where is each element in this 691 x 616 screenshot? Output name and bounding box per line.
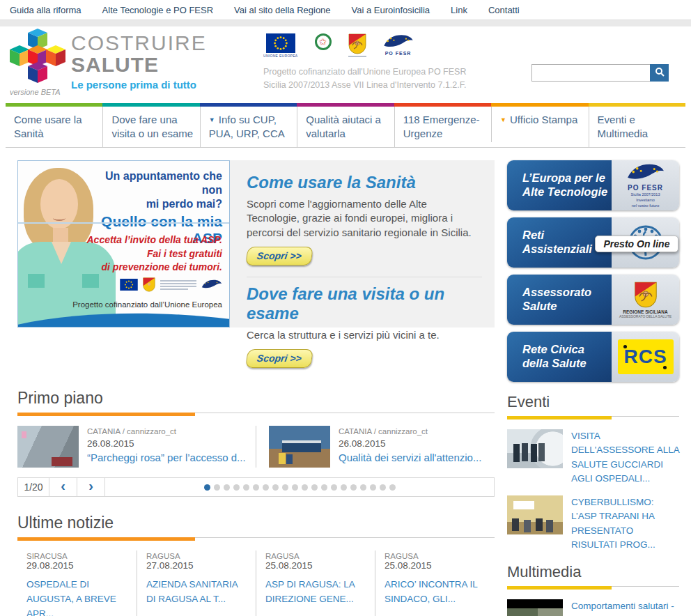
po-fesr-logo-icon [201, 279, 222, 291]
logo-tagline: Le persone prima di tutto [71, 79, 207, 91]
news-link[interactable]: OSPEDALE DI AUGUSTA, A BREVE APR... [26, 579, 116, 616]
logo-cross-icon[interactable] [7, 29, 68, 90]
logo-title-line2: SALUTE [71, 54, 207, 76]
primo-piano-pager: 1/20 ‹ › [17, 477, 495, 497]
eu-flag-caption: UNIONE EUROPEA [263, 54, 298, 58]
sidebar-button-label: Assessorato Salute [507, 275, 612, 325]
news-location: RAGUSA [385, 552, 487, 560]
nav-item-qualita[interactable]: ▼Qualità aiutaci a valutarla [297, 103, 394, 147]
eu-flag-icon [120, 279, 138, 291]
nav-item-come-usare[interactable]: ▼Come usare la Sanità [6, 103, 102, 147]
nav-item-dove-fare[interactable]: ▼Dove fare una visita o un esame [102, 103, 199, 147]
promo-text: Scopri come l'aggiornamento delle Alte T… [247, 197, 482, 240]
promo-text: Cerca la struttura e i servizi più vicin… [247, 328, 482, 342]
prev-button[interactable]: ‹ [49, 477, 77, 497]
event-card[interactable]: CYBERBULLISMO: L’ASP TRAPANI HA PRESENTA… [507, 495, 679, 552]
utility-link-alte-tecnologie[interactable]: Alte Tecnologie e PO FESR [102, 5, 213, 15]
search-icon [655, 67, 665, 79]
section-title: Multimedia [507, 563, 679, 581]
sicily-crest-icon [348, 33, 366, 59]
page-indicator: 1/20 [17, 477, 49, 497]
news-location: SIRACUSA [26, 552, 130, 560]
nav-label: Come usare la Sanità [14, 114, 82, 139]
video-frame [507, 608, 563, 616]
news-link[interactable]: “Parcheggi rosa” per l’accesso d... [87, 452, 246, 463]
news-location: RAGUSA [265, 552, 368, 560]
news-card[interactable]: RAGUSA 25.08.2015 ASP DI RAGUSA: LA DIRE… [256, 550, 375, 616]
news-card[interactable]: RAGUSA 27.08.2015 AZIENDA SANITARIA DI R… [137, 550, 256, 616]
po-fesr-caption: PO FESR [385, 51, 412, 56]
event-link[interactable]: VISITA DELL'ASSESSORE ALLA SALUTE GUCCIA… [571, 429, 679, 486]
sidebar-button-assessorato-salute[interactable]: Assessorato Salute REGIONE SICILIANA ASS… [507, 275, 679, 325]
event-photo [507, 429, 563, 468]
po-fesr-logo-icon: PO FESR [383, 33, 414, 56]
event-card[interactable]: VISITA DELL'ASSESSORE ALLA SALUTE GUCCIA… [507, 429, 679, 486]
nav-label: Dove fare una visita o un esame [111, 114, 193, 139]
news-link[interactable]: ASP DI RAGUSA: LA DIREZIONE GENE... [265, 579, 355, 604]
version-label: versione BETA [10, 88, 61, 96]
nav-item-eventi[interactable]: ▼Eventi e Multimedia [589, 103, 685, 147]
nav-label: Qualità aiutaci a valutarla [306, 114, 381, 139]
news-location: RAGUSA [146, 552, 249, 560]
news-date: 26.08.2015 [339, 438, 481, 449]
logo-title-line1: COSTRUIRE [71, 33, 207, 54]
presto-online-badge[interactable]: Presto On line [595, 236, 678, 252]
utility-link-euroinfosicilia[interactable]: Vai a Euroinfosicilia [352, 5, 430, 15]
nav-item-info-cup[interactable]: ▼Info su CUP, PUA, URP, CCA [200, 103, 297, 147]
video-link[interactable]: Comportamenti salutari - Spot [571, 601, 674, 616]
banner-wave [17, 309, 230, 328]
nav-item-ufficio-stampa[interactable]: ▼Ufficio Stampa [491, 103, 588, 147]
accent-bar [507, 586, 612, 590]
news-photo [17, 426, 79, 468]
news-date: 27.08.2015 [146, 560, 249, 571]
site-logo[interactable]: COSTRUIRE SALUTE Le persone prima di tut… [71, 33, 207, 91]
scopri-button[interactable]: Scopri >> [245, 247, 313, 265]
next-button[interactable]: › [77, 477, 105, 497]
utility-link-guida[interactable]: Guida alla riforma [10, 5, 81, 15]
nav-label: Eventi e Multimedia [598, 114, 649, 139]
nav-label: 118 Emergenze-Urgenze [403, 114, 480, 139]
section-title: Ultime notizie [17, 514, 495, 532]
utility-link-contatti[interactable]: Contatti [488, 5, 520, 15]
scopri-button[interactable]: Scopri >> [245, 349, 313, 368]
news-card[interactable]: SIRACUSA 29.08.2015 OSPEDALE DI AUGUSTA,… [17, 550, 137, 616]
campaign-banner[interactable]: Un appuntamento che nonmi perdo mai? Que… [17, 160, 230, 328]
hero-section: Un appuntamento che nonmi perdo mai? Que… [17, 160, 495, 328]
utility-link-regione[interactable]: Vai al sito della Regione [234, 5, 331, 15]
banner-logos [120, 277, 222, 292]
search-button[interactable] [650, 64, 669, 82]
news-date: 26.08.2015 [87, 438, 246, 449]
news-link[interactable]: ARICO’ INCONTRA IL SINDACO, GLI... [385, 579, 477, 604]
site-header: versione BETA COSTRUIRE SALUTE Le person… [0, 26, 691, 101]
video-thumbnail[interactable] [507, 599, 563, 616]
carousel-dots[interactable] [104, 477, 495, 497]
event-link[interactable]: CYBERBULLISMO: L’ASP TRAPANI HA PRESENTA… [571, 495, 679, 552]
news-link[interactable]: AZIENDA SANITARIA DI RAGUSA AL T... [146, 579, 238, 604]
news-photo [269, 426, 330, 468]
banner-cofinance: Progetto cofinanziato dall’Unione Europe… [72, 300, 222, 309]
divider-strip [0, 20, 691, 26]
news-link[interactable]: Qualità dei servizi all'attenzio... [339, 452, 481, 463]
eu-flag-icon: UNIONE EUROPEA [263, 33, 298, 58]
main-nav: ▼Come usare la Sanità ▼Dove fare una vis… [6, 103, 685, 148]
sidebar-button-europa-alte-tecnologie[interactable]: L’Europa per le Alte Tecnologie PO FESR … [507, 160, 679, 210]
sidebar-button-label: L’Europa per le Alte Tecnologie [507, 160, 612, 210]
video-card[interactable]: Comportamenti salutari - Spot Spot reali… [507, 599, 679, 616]
utility-link-link[interactable]: Link [451, 5, 467, 15]
search-form [531, 64, 669, 82]
po-fesr-logo-icon: PO FESR Sicilia 2007/2013Investiamonel v… [612, 160, 679, 210]
sicily-crest-icon: REGIONE SICILIANA ASSESSORATO DELLA SALU… [612, 275, 679, 325]
accent-bar [17, 413, 195, 416]
sicily-caption-lines [160, 279, 196, 291]
primo-piano-section: Primo piano [17, 389, 495, 416]
news-card[interactable]: CATANIA / cannizzaro_ct 26.08.2015 Quali… [256, 426, 494, 468]
news-card[interactable]: CATANIA / cannizzaro_ct 26.08.2015 “Parc… [17, 426, 256, 468]
sidebar-button-rete-civica[interactable]: Rete Civica della Salute RCS [507, 332, 679, 382]
accent-bar [507, 416, 612, 419]
banner-divider [18, 222, 229, 224]
news-card[interactable]: RAGUSA 25.08.2015 ARICO’ INCONTRA IL SIN… [375, 550, 494, 616]
nav-item-118[interactable]: ▼118 Emergenze-Urgenze [394, 103, 491, 147]
search-input[interactable] [531, 64, 650, 82]
banner-headline: Un appuntamento che nonmi perdo mai? [86, 169, 222, 211]
multimedia-section: Multimedia Comportamenti salutari - Spot… [507, 563, 679, 616]
